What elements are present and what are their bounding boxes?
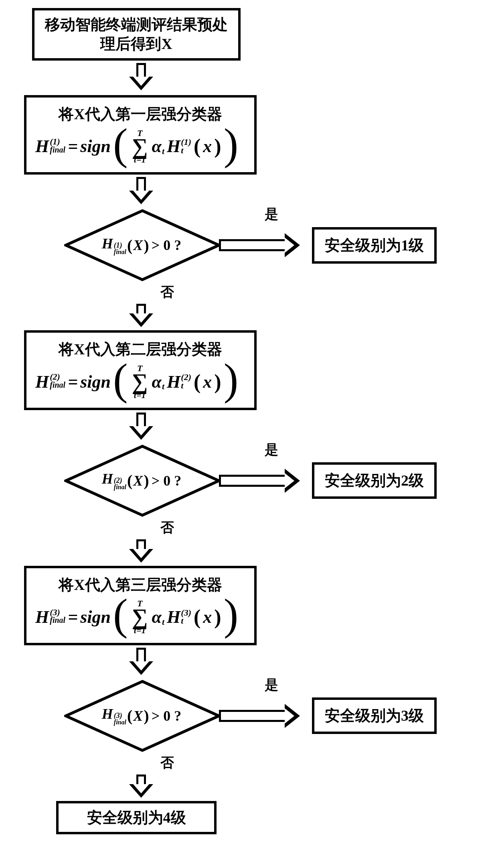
no-label-3: 否 bbox=[160, 754, 174, 772]
stage-3-formula: H(3)final = sign ( T∑t=1 αt H(3)t (x) ) bbox=[35, 599, 245, 635]
stage-2-block: 将X代入第二层强分类器 H(2)final = sign ( T∑t=1 αt … bbox=[24, 330, 257, 410]
down-arrow-icon bbox=[128, 774, 154, 799]
decision-3-diamond: H(3)final (X) > 0 ? bbox=[64, 680, 221, 752]
down-arrow-icon bbox=[128, 413, 154, 442]
stage-3-block: 将X代入第三层强分类器 H(3)final = sign ( T∑t=1 αt … bbox=[24, 566, 257, 645]
decision-1-diamond: H(1)final (X) > 0 ? bbox=[64, 209, 221, 281]
down-arrow-icon bbox=[128, 63, 154, 93]
down-arrow-icon bbox=[128, 177, 154, 207]
decision-1-row: 是 H(1)final (X) > 0 ? 安全级别为1级 bbox=[64, 209, 437, 281]
stage-3-title: 将X代入第三层强分类器 bbox=[35, 575, 245, 595]
down-arrow-icon bbox=[128, 648, 154, 677]
result-3-block: 安全级别为3级 bbox=[312, 697, 437, 734]
decision-2-diamond: H(2)final (X) > 0 ? bbox=[64, 445, 221, 517]
yes-label-2: 是 bbox=[265, 441, 278, 459]
yes-label-3: 是 bbox=[265, 676, 278, 694]
result-2-block: 安全级别为2级 bbox=[312, 462, 437, 499]
result-1-block: 安全级别为1级 bbox=[312, 227, 437, 264]
right-arrow-icon bbox=[219, 703, 307, 728]
yes-label-1: 是 bbox=[265, 205, 278, 224]
no-label-2: 否 bbox=[160, 518, 174, 537]
start-block: 移动智能终端测评结果预处理后得到X bbox=[32, 8, 241, 61]
stage-1-title: 将X代入第一层强分类器 bbox=[35, 105, 245, 124]
no-label-1: 否 bbox=[160, 283, 174, 301]
down-arrow-icon bbox=[128, 304, 154, 328]
stage-2-title: 将X代入第二层强分类器 bbox=[35, 340, 245, 359]
down-arrow-icon bbox=[128, 539, 154, 563]
right-arrow-icon bbox=[219, 468, 307, 493]
flowchart: 移动智能终端测评结果预处理后得到X 将X代入第一层强分类器 H(1)final … bbox=[24, 8, 482, 834]
decision-2-row: 是 H(2)final (X) > 0 ? 安全级别为2级 bbox=[64, 445, 437, 517]
decision-3-row: 是 H(3)final (X) > 0 ? 安全级别为3级 bbox=[64, 680, 437, 752]
stage-1-formula: H(1)final = sign ( T∑t=1 αt H(1)t (x) ) bbox=[35, 129, 245, 165]
stage-1-block: 将X代入第一层强分类器 H(1)final = sign ( T∑t=1 αt … bbox=[24, 95, 257, 175]
result-4-block: 安全级别为4级 bbox=[56, 801, 217, 835]
stage-2-formula: H(2)final = sign ( T∑t=1 αt H(2)t (x) ) bbox=[35, 364, 245, 400]
right-arrow-icon bbox=[219, 233, 307, 258]
